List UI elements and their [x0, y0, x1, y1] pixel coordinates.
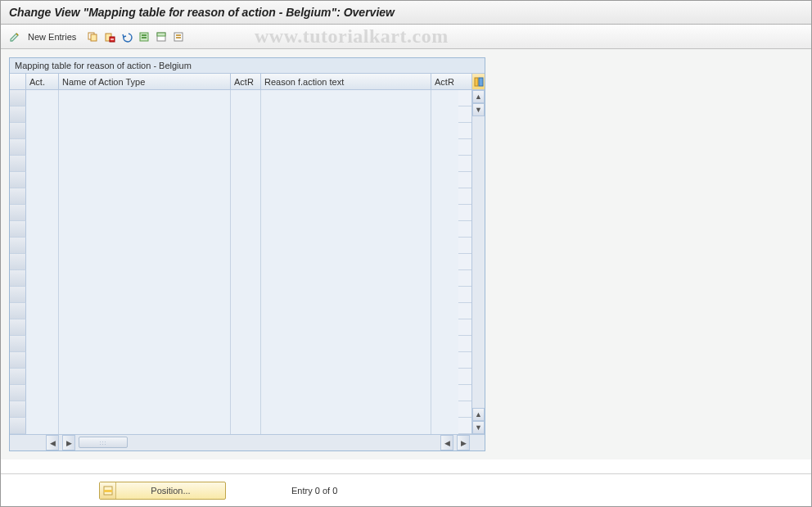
row-header[interactable]	[10, 123, 26, 139]
table-cell[interactable]	[431, 270, 458, 287]
table-cell[interactable]	[261, 123, 431, 139]
table-cell[interactable]	[431, 352, 458, 369]
table-cell[interactable]	[431, 205, 458, 221]
table-cell[interactable]	[231, 90, 261, 106]
row-header[interactable]	[10, 188, 26, 205]
table-cell[interactable]	[431, 123, 458, 139]
undo-icon[interactable]	[120, 29, 134, 44]
scroll-up-button[interactable]: ▲	[472, 90, 485, 103]
deselect-icon[interactable]	[171, 29, 186, 44]
table-cell[interactable]	[261, 106, 431, 123]
table-cell[interactable]	[231, 205, 261, 221]
table-cell[interactable]	[26, 319, 59, 336]
table-cell[interactable]	[231, 139, 261, 156]
table-cell[interactable]	[26, 205, 59, 221]
select-block-icon[interactable]	[154, 29, 169, 44]
table-cell[interactable]	[26, 156, 59, 172]
table-cell[interactable]	[231, 172, 261, 188]
table-cell[interactable]	[231, 188, 261, 205]
table-cell[interactable]	[26, 336, 59, 352]
table-cell[interactable]	[431, 303, 458, 319]
vertical-scroll-track[interactable]	[472, 116, 485, 408]
table-cell[interactable]	[231, 352, 261, 369]
row-header[interactable]	[10, 369, 26, 385]
position-button[interactable]: Position...	[99, 482, 226, 500]
table-cell[interactable]	[431, 336, 458, 352]
table-cell[interactable]	[59, 385, 231, 401]
table-cell[interactable]	[431, 254, 458, 270]
table-cell[interactable]	[431, 418, 458, 434]
table-cell[interactable]	[231, 319, 261, 336]
row-header[interactable]	[10, 303, 26, 319]
row-header[interactable]	[10, 287, 26, 303]
table-cell[interactable]	[231, 156, 261, 172]
table-cell[interactable]	[261, 369, 431, 385]
column-header-act[interactable]: Act.	[26, 74, 59, 90]
scroll-up-step-button[interactable]: ▲	[472, 408, 485, 421]
table-cell[interactable]	[59, 205, 231, 221]
scroll-right-button[interactable]: ▶	[457, 435, 470, 450]
table-cell[interactable]	[26, 303, 59, 319]
row-header[interactable]	[10, 336, 26, 352]
table-cell[interactable]	[26, 254, 59, 270]
table-cell[interactable]	[231, 123, 261, 139]
table-cell[interactable]	[261, 156, 431, 172]
table-cell[interactable]	[431, 385, 458, 401]
table-cell[interactable]	[431, 172, 458, 188]
table-cell[interactable]	[261, 418, 431, 434]
table-cell[interactable]	[431, 238, 458, 254]
change-icon[interactable]	[7, 29, 22, 44]
table-cell[interactable]	[59, 123, 231, 139]
table-cell[interactable]	[261, 352, 431, 369]
table-cell[interactable]	[59, 90, 231, 106]
new-entries-button[interactable]: New Entries	[25, 32, 83, 42]
table-cell[interactable]	[59, 352, 231, 369]
table-cell[interactable]	[431, 188, 458, 205]
table-cell[interactable]	[431, 319, 458, 336]
row-header[interactable]	[10, 238, 26, 254]
table-cell[interactable]	[231, 303, 261, 319]
horizontal-scroll-track[interactable]	[131, 435, 437, 450]
table-cell[interactable]	[59, 188, 231, 205]
table-cell[interactable]	[261, 336, 431, 352]
column-settings-icon[interactable]	[472, 74, 485, 90]
table-cell[interactable]	[59, 156, 231, 172]
column-header-name[interactable]: Name of Action Type	[59, 74, 231, 90]
table-cell[interactable]	[261, 139, 431, 156]
scroll-down-step-button[interactable]: ▼	[472, 103, 485, 116]
row-header[interactable]	[10, 352, 26, 369]
table-cell[interactable]	[431, 369, 458, 385]
row-header[interactable]	[10, 156, 26, 172]
table-cell[interactable]	[26, 287, 59, 303]
table-cell[interactable]	[26, 270, 59, 287]
table-cell[interactable]	[26, 401, 59, 418]
table-cell[interactable]	[431, 401, 458, 418]
table-cell[interactable]	[26, 352, 59, 369]
row-header[interactable]	[10, 221, 26, 238]
table-cell[interactable]	[59, 418, 231, 434]
table-cell[interactable]	[231, 401, 261, 418]
scroll-down-button[interactable]: ▼	[472, 421, 485, 434]
table-cell[interactable]	[59, 221, 231, 238]
table-cell[interactable]	[59, 172, 231, 188]
table-cell[interactable]	[261, 90, 431, 106]
table-cell[interactable]	[26, 221, 59, 238]
row-header[interactable]	[10, 106, 26, 123]
row-header[interactable]	[10, 205, 26, 221]
scroll-right-step-button[interactable]: ▶	[62, 435, 75, 450]
table-cell[interactable]	[261, 319, 431, 336]
table-cell[interactable]	[26, 172, 59, 188]
table-cell[interactable]	[231, 221, 261, 238]
table-cell[interactable]	[26, 106, 59, 123]
row-header[interactable]	[10, 319, 26, 336]
table-cell[interactable]	[26, 90, 59, 106]
table-cell[interactable]	[431, 139, 458, 156]
table-cell[interactable]	[26, 238, 59, 254]
table-cell[interactable]	[26, 369, 59, 385]
table-cell[interactable]	[261, 287, 431, 303]
table-cell[interactable]	[261, 238, 431, 254]
table-cell[interactable]	[231, 238, 261, 254]
row-header[interactable]	[10, 254, 26, 270]
row-header[interactable]	[10, 90, 26, 106]
table-cell[interactable]	[261, 385, 431, 401]
